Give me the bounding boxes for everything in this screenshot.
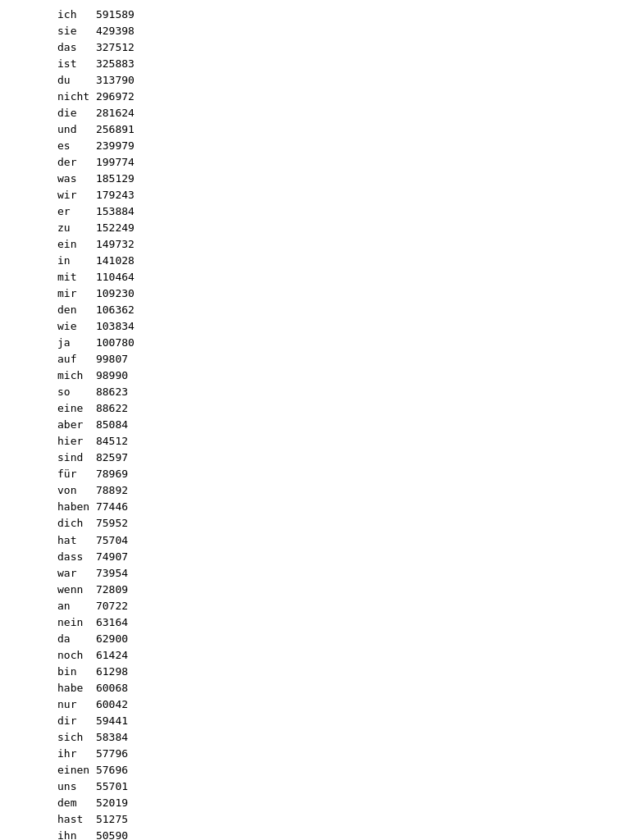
word-frequency-list: ich 591589sie 429398das 327512ist 325883… (57, 7, 630, 840)
list-item: sie 429398 (57, 23, 630, 39)
list-item: uns 55701 (57, 778, 630, 795)
list-item: die 281624 (57, 105, 630, 121)
list-item: mir 109230 (57, 285, 630, 302)
list-item: es 239979 (57, 138, 630, 154)
list-item: hat 75704 (57, 532, 630, 549)
list-item: wie 103834 (57, 318, 630, 335)
list-item: dass 74907 (57, 549, 630, 565)
list-item: das 327512 (57, 39, 630, 56)
list-item: nein 63164 (57, 614, 630, 631)
list-item: dem 52019 (57, 795, 630, 811)
list-item: der 199774 (57, 154, 630, 171)
list-item: wenn 72809 (57, 582, 630, 598)
list-item: so 88623 (57, 384, 630, 400)
list-item: da 62900 (57, 631, 630, 647)
list-item: hier 84512 (57, 433, 630, 450)
list-item: einen 57696 (57, 762, 630, 778)
list-item: ich 591589 (57, 7, 630, 23)
list-item: er 153884 (57, 203, 630, 220)
list-item: mich 98990 (57, 368, 630, 384)
list-item: ist 325883 (57, 56, 630, 72)
list-item: und 256891 (57, 121, 630, 138)
list-item: für 78969 (57, 466, 630, 482)
list-item: ihr 57796 (57, 746, 630, 762)
list-item: aber 85084 (57, 417, 630, 433)
list-item: eine 88622 (57, 400, 630, 417)
list-item: den 106362 (57, 302, 630, 318)
list-item: habe 60068 (57, 680, 630, 696)
list-item: hast 51275 (57, 811, 630, 828)
list-item: nicht 296972 (57, 89, 630, 105)
list-item: haben 77446 (57, 499, 630, 515)
list-item: nur 60042 (57, 696, 630, 713)
list-item: ein 149732 (57, 236, 630, 253)
list-item: noch 61424 (57, 647, 630, 664)
list-item: bin 61298 (57, 664, 630, 680)
list-item: dir 59441 (57, 713, 630, 729)
list-item: sich 58384 (57, 729, 630, 746)
list-item: mit 110464 (57, 269, 630, 285)
list-item: sind 82597 (57, 450, 630, 466)
list-item: auf 99807 (57, 351, 630, 368)
list-item: wir 179243 (57, 187, 630, 203)
list-item: ihn 50590 (57, 828, 630, 840)
list-item: ja 100780 (57, 335, 630, 351)
list-item: an 70722 (57, 598, 630, 614)
list-item: in 141028 (57, 253, 630, 269)
list-item: dich 75952 (57, 515, 630, 532)
list-item: was 185129 (57, 171, 630, 187)
list-item: von 78892 (57, 482, 630, 499)
list-item: zu 152249 (57, 220, 630, 236)
list-item: war 73954 (57, 565, 630, 582)
list-item: du 313790 (57, 72, 630, 89)
